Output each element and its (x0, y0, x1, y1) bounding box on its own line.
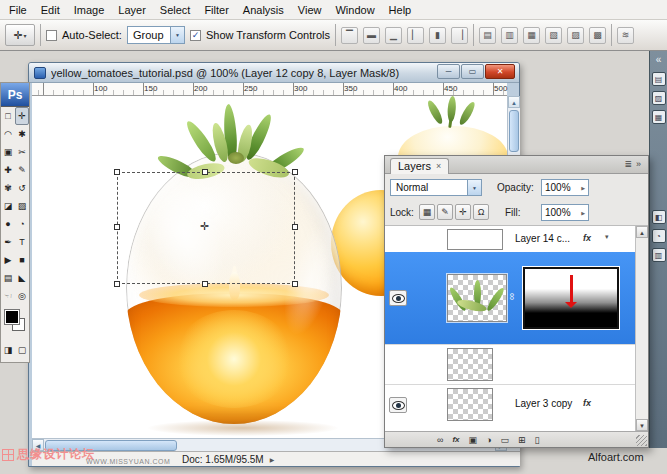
visibility-toggle[interactable] (389, 397, 407, 413)
dock-panel-icon[interactable]: ◔ (652, 229, 666, 243)
fill-field[interactable]: 100% ▶ (541, 204, 589, 221)
close-button[interactable]: ✕ (485, 64, 515, 79)
notes-tool[interactable]: ▤ (1, 269, 15, 287)
layer-name[interactable]: Layer 14 c... (515, 233, 570, 244)
minimize-button[interactable]: ─ (437, 64, 460, 79)
layer-row[interactable]: Layer 14 c... fx ▾ (385, 226, 636, 252)
menu-select[interactable]: Select (153, 2, 198, 18)
foreground-color-swatch[interactable] (4, 309, 20, 325)
transform-handle[interactable] (114, 281, 120, 287)
delete-layer-button[interactable]: ▯ (535, 433, 540, 447)
lasso-tool[interactable]: ◠ (1, 125, 15, 143)
resize-grip[interactable] (636, 435, 647, 446)
type-tool[interactable]: T (15, 233, 29, 251)
status-menu-arrow-icon[interactable]: ▶ (270, 456, 275, 463)
dock-panel-icon[interactable]: ▤ (652, 72, 666, 86)
distribute-top-edges-button[interactable]: ▤ (479, 27, 496, 44)
new-layer-button[interactable]: ⊞ (518, 433, 526, 447)
eyedropper-tool[interactable]: ◣ (15, 269, 29, 287)
align-left-edges-button[interactable]: ▏ (407, 27, 424, 44)
close-icon[interactable]: × (436, 161, 441, 171)
scroll-up-icon[interactable]: ▲ (636, 226, 648, 238)
dock-panel-icon[interactable]: ▥ (652, 248, 666, 262)
layer-thumbnail[interactable] (447, 388, 493, 421)
distribute-right-edges-button[interactable]: ▩ (589, 27, 606, 44)
visibility-toggle[interactable] (389, 290, 407, 306)
move-tool[interactable]: ✛ (15, 107, 29, 125)
layer-list-scrollbar[interactable]: ▲ ▼ (635, 226, 648, 431)
transform-handle[interactable] (202, 281, 208, 287)
transform-handle[interactable] (292, 169, 298, 175)
rectangular-marquee-tool[interactable]: □ (1, 107, 15, 125)
layer-thumbnail[interactable] (447, 229, 503, 250)
lock-transparent-pixels-button[interactable]: ▦ (419, 204, 435, 220)
blur-tool[interactable]: ● (1, 215, 15, 233)
history-brush-tool[interactable]: ↺ (15, 179, 29, 197)
chevron-down-icon[interactable]: ▾ (605, 233, 609, 241)
add-layer-mask-button[interactable]: ▣ (469, 433, 478, 447)
layer-mask-thumbnail[interactable] (523, 267, 619, 329)
spinner-arrow-icon[interactable]: ▶ (581, 185, 585, 191)
opacity-field[interactable]: 100% ▶ (541, 179, 589, 196)
dock-panel-icon[interactable]: ▦ (652, 110, 666, 124)
tab-layers[interactable]: Layers × (390, 158, 449, 174)
auto-select-group-dropdown[interactable]: Group ▼ (127, 26, 185, 44)
menu-filter[interactable]: Filter (197, 2, 235, 18)
transform-handle[interactable] (292, 224, 298, 230)
distribute-left-edges-button[interactable]: ▧ (545, 27, 562, 44)
menu-file[interactable]: File (2, 2, 34, 18)
panel-menu-icon[interactable]: ≣ (622, 159, 634, 173)
lock-all-button[interactable]: Ω (473, 204, 489, 220)
shape-tool[interactable]: ■ (15, 251, 29, 269)
menu-image[interactable]: Image (67, 2, 112, 18)
collapse-dock-icon[interactable]: « (650, 51, 667, 67)
gradient-tool[interactable]: ▨ (15, 197, 29, 215)
dock-panel-icon[interactable]: ▨ (652, 91, 666, 105)
auto-select-checkbox[interactable] (46, 30, 57, 41)
menu-edit[interactable]: Edit (34, 2, 67, 18)
link-layers-button[interactable]: ∞ (437, 433, 443, 447)
layer-effects-badge[interactable]: fx (583, 398, 591, 408)
document-title-bar[interactable]: yellow_tomatoes_tutorial.psd @ 100% (Lay… (29, 63, 519, 83)
align-top-edges-button[interactable]: ▔ (341, 27, 358, 44)
layer-mask-link-icon[interactable]: ∞ (507, 293, 518, 300)
layer-effects-badge[interactable]: fx (583, 233, 591, 243)
lock-position-button[interactable]: ✛ (455, 204, 471, 220)
new-adjustment-layer-button[interactable]: ◑ (486, 433, 491, 447)
transform-handle[interactable] (202, 169, 208, 175)
distribute-horizontal-centers-button[interactable]: ▨ (567, 27, 584, 44)
create-group-button[interactable]: ▭ (501, 433, 510, 447)
path-selection-tool[interactable]: ▶ (1, 251, 15, 269)
transform-selection[interactable]: ✛ (117, 172, 295, 284)
menu-window[interactable]: Window (328, 2, 381, 18)
menu-layer[interactable]: Layer (111, 2, 153, 18)
transform-handle[interactable] (114, 169, 120, 175)
scroll-up-icon[interactable]: ▲ (508, 96, 520, 108)
layer-row[interactable] (385, 344, 636, 384)
transform-handle[interactable] (292, 281, 298, 287)
brush-tool[interactable]: ✎ (15, 161, 29, 179)
layer-thumbnail[interactable] (447, 274, 507, 322)
layer-name[interactable]: Layer 3 copy (515, 398, 572, 409)
scrollbar-thumb[interactable] (509, 110, 519, 152)
clone-stamp-tool[interactable]: ✾ (1, 179, 15, 197)
menu-view[interactable]: View (291, 2, 329, 18)
layer-thumbnail[interactable] (447, 348, 493, 381)
spinner-arrow-icon[interactable]: ▶ (581, 210, 585, 216)
slice-tool[interactable]: ✂ (15, 143, 29, 161)
quick-mask-button[interactable]: ◨ (1, 341, 15, 359)
menu-analysis[interactable]: Analysis (236, 2, 291, 18)
magic-wand-tool[interactable]: ✱ (15, 125, 29, 143)
zoom-tool[interactable]: ◎ (15, 287, 29, 305)
distribute-vertical-centers-button[interactable]: ▥ (501, 27, 518, 44)
pen-tool[interactable]: ✒ (1, 233, 15, 251)
show-transform-controls-checkbox[interactable]: ✓ (190, 30, 201, 41)
scroll-down-icon[interactable]: ▼ (636, 419, 648, 431)
hand-tool[interactable]: ☜ (1, 287, 15, 305)
screen-mode-button[interactable]: ▢ (15, 341, 29, 359)
align-horizontal-centers-button[interactable]: ▮ (429, 27, 446, 44)
layer-row-selected[interactable]: ∞ (385, 252, 636, 344)
current-tool-button[interactable]: ✛ ▾ (5, 24, 35, 46)
layer-row[interactable]: Layer 3 copy fx (385, 384, 636, 424)
dock-panel-icon[interactable]: ◧ (652, 210, 666, 224)
